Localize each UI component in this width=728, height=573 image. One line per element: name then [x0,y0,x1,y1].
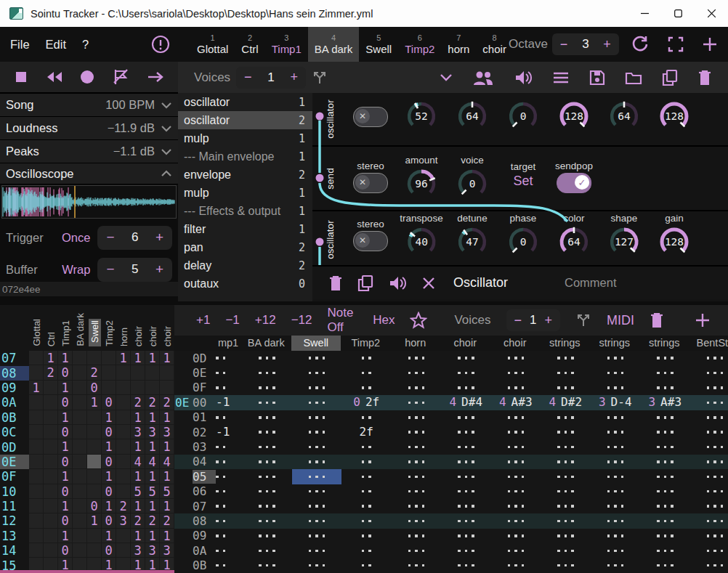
track-header-bentstr[interactable]: BentStr [689,336,728,351]
note-cell[interactable] [640,410,690,425]
pattern-cell[interactable]: 1 [102,499,116,513]
pattern-cell[interactable] [102,365,116,380]
note-cell[interactable] [292,455,342,469]
unit-type-name[interactable]: Oscillator [453,275,508,290]
pattern-cell[interactable] [29,351,44,365]
song-row[interactable]: Song 100 BPM [0,94,178,117]
note-cell[interactable] [242,439,292,454]
pattern-cell[interactable]: 2 [145,395,160,410]
pattern-cell[interactable]: 3 [160,543,174,558]
pattern-cell[interactable]: 1 [160,410,174,425]
transpose-knob[interactable]: 40 [405,225,438,261]
pattern-cell[interactable] [29,469,44,484]
note-cell[interactable] [690,455,728,469]
note-cell[interactable] [242,351,292,365]
delete-instrument-icon[interactable] [697,69,712,86]
note-cell[interactable] [591,455,641,469]
pattern-cell[interactable] [44,395,58,410]
note-cell[interactable]: -1 [216,395,242,410]
unit-item-oscillator[interactable]: oscillator 2 [178,111,312,129]
pattern-cell[interactable]: 5 [131,484,145,499]
pattern-column-header-swell[interactable]: Swell [87,319,102,349]
param-knob[interactable]: 128 [557,99,591,136]
note-cell[interactable] [392,455,442,469]
pattern-cell[interactable]: 5 [160,484,174,499]
octave-increment-button[interactable]: + [595,37,619,52]
note-cell[interactable] [640,543,690,558]
note-cell[interactable] [491,469,541,484]
note-cell[interactable] [541,425,591,439]
pattern-cell[interactable] [73,381,87,395]
pattern-cell[interactable] [73,455,87,469]
amount-knob[interactable]: 96 [405,167,438,203]
chevron-down-icon[interactable] [161,102,172,109]
pattern-cell[interactable] [116,365,131,380]
order-row-number[interactable]: 07 [0,351,29,365]
pattern-cell[interactable] [73,425,87,439]
note-cell[interactable] [392,395,442,410]
pattern-cell[interactable]: 1 [116,351,131,365]
note-cell[interactable] [690,484,728,499]
note-cell[interactable] [640,455,690,469]
detune-knob[interactable]: 47 [456,225,489,261]
note-cell[interactable] [341,513,392,528]
pattern-column-header-horn[interactable]: horn [116,328,131,349]
order-row-number[interactable]: 0B [0,410,29,425]
track-header-mp1[interactable]: mp1 [215,336,241,351]
order-row-number[interactable]: 0D [0,440,29,455]
note-cell[interactable] [491,439,541,454]
note-cell[interactable] [591,410,641,425]
save-icon[interactable] [589,70,605,86]
note-cell[interactable] [690,410,728,425]
note-cell[interactable] [591,558,641,572]
note-cell[interactable] [242,425,292,439]
note-cell[interactable] [541,484,591,499]
pattern-table-scrollbar[interactable] [0,570,174,573]
pattern-column-header-choir[interactable]: choir [131,326,145,349]
note-cell[interactable] [392,529,442,543]
voice-knob[interactable]: 0 [456,167,489,203]
pattern-cell[interactable] [116,439,131,454]
voices-increment-button[interactable]: + [283,70,307,85]
pattern-cell[interactable] [44,381,58,395]
hex-toggle-button[interactable]: Hex [373,313,395,328]
note-cell[interactable] [441,410,491,425]
note-cell[interactable] [216,351,242,365]
pattern-cell[interactable] [131,381,145,395]
note-cell[interactable] [541,499,591,513]
note-cell[interactable] [216,499,242,513]
pattern-cell[interactable]: 5 [145,484,160,499]
note-cell[interactable] [640,529,690,543]
note-cell[interactable] [292,558,342,572]
note-cell[interactable] [441,381,491,395]
pattern-cell[interactable] [116,395,131,410]
split-voices-icon[interactable] [312,70,328,85]
pattern-cell[interactable]: 0 [58,513,73,528]
minimize-button[interactable] [628,0,661,27]
note-cell[interactable] [541,513,591,528]
note-cell[interactable] [216,558,242,572]
unit-item-mulp[interactable]: mulp 1 [178,129,312,147]
record-icon[interactable] [80,70,94,84]
instrument-tab-glottal[interactable]: 1 Glottal [190,27,235,62]
unit-item-outaux[interactable]: outaux 0 [178,275,312,293]
pattern-cell[interactable]: 1 [58,410,73,425]
trigger-decrement-button[interactable]: − [97,229,123,245]
pattern-cell[interactable] [102,351,116,365]
note-cell[interactable] [541,351,591,365]
note-cell[interactable] [392,425,442,439]
pattern-cell[interactable] [131,365,145,380]
note-cell[interactable] [441,529,491,543]
speaker-icon[interactable] [514,70,533,86]
add-instrument-icon[interactable] [702,36,718,52]
order-row-number[interactable]: 08 [0,366,29,381]
note-cell[interactable] [441,558,491,572]
pattern-cell[interactable] [29,499,44,513]
note-cell[interactable] [341,529,392,543]
note-cell[interactable] [242,395,292,410]
pattern-cell[interactable] [102,381,116,395]
order-row-number[interactable]: 0E [0,455,29,469]
pattern-cell[interactable] [87,529,102,543]
note-cell[interactable] [541,469,591,484]
color-knob[interactable]: 64 [557,225,591,261]
